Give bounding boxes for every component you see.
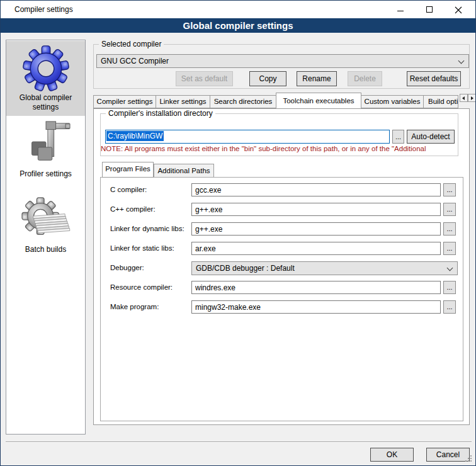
field-label-cpp-compiler: C++ compiler: [110, 205, 191, 213]
tab-toolchain-executables[interactable]: Toolchain executables [276, 93, 361, 109]
cpp-compiler-input[interactable] [191, 203, 441, 216]
install-dir-browse-button[interactable]: ... [392, 130, 404, 144]
tab-compiler-settings[interactable]: Compiler settings [93, 95, 156, 108]
dialog-banner: Global compiler settings [1, 18, 475, 33]
linker-static-input[interactable] [191, 242, 441, 255]
blue-gear-icon [22, 45, 70, 93]
tab-search-directories[interactable]: Search directories [210, 95, 276, 108]
reset-defaults-button[interactable]: Reset defaults [407, 71, 461, 86]
copy-button[interactable]: Copy [249, 71, 286, 86]
arrow-right-icon [471, 96, 473, 100]
minimize-icon [397, 11, 404, 11]
resource-compiler-input[interactable] [191, 281, 441, 294]
field-label-make-program: Make program: [110, 303, 191, 310]
compiler-settings-window: Compiler settings Global compiler settin… [0, 0, 476, 466]
c-compiler-input[interactable] [191, 183, 441, 196]
close-icon [455, 6, 462, 14]
tab-scroll-right-button[interactable] [468, 94, 476, 102]
installation-directory-group-label: Compiler's installation directory [106, 109, 215, 118]
caliper-icon [21, 120, 71, 169]
note-text: NOTE: All programs must exist either in … [101, 145, 469, 152]
sidebar-item-label: Profiler settings [6, 169, 85, 179]
c-compiler-browse-button[interactable]: ... [443, 183, 456, 196]
maximize-button[interactable] [415, 1, 444, 18]
make-program-input[interactable] [191, 300, 441, 314]
tab-custom-variables[interactable]: Custom variables [361, 95, 424, 108]
install-dir-value: C:\raylib\MinGW [106, 131, 164, 141]
field-label-resource-compiler: Resource compiler: [110, 283, 191, 291]
sidebar-item-global-compiler-settings[interactable]: Global compiler settings [6, 41, 85, 116]
window-title: Compiler settings [14, 1, 73, 18]
cancel-button[interactable]: Cancel [426, 448, 470, 462]
ok-button[interactable]: OK [370, 448, 414, 462]
linker-dynamic-input[interactable] [191, 222, 441, 236]
chevron-down-icon [458, 58, 465, 64]
install-dir-input[interactable]: C:\raylib\MinGW [105, 130, 390, 144]
field-label-c-compiler: C compiler: [110, 186, 191, 193]
subtab-additional-paths[interactable]: Additional Paths [154, 164, 214, 178]
field-label-debugger: Debugger: [110, 264, 191, 271]
close-button[interactable] [444, 1, 473, 18]
settings-category-list: Global compiler settings Profile [6, 40, 86, 435]
sidebar-item-batch-builds[interactable]: Batch builds [6, 194, 85, 263]
minimize-button[interactable] [386, 1, 415, 18]
arrow-left-icon [462, 96, 465, 100]
delete-button[interactable]: Delete [348, 71, 382, 86]
sidebar-item-profiler-settings[interactable]: Profiler settings [6, 118, 85, 186]
tab-scroll-left-button[interactable] [460, 94, 468, 102]
subtab-program-files[interactable]: Program Files [102, 162, 154, 178]
debugger-dropdown[interactable]: GDB/CDB debugger : Default [191, 261, 458, 275]
resource-compiler-browse-button[interactable]: ... [443, 281, 456, 294]
sidebar-item-label: Global compiler settings [6, 93, 85, 112]
tab-build-options[interactable]: Build options [423, 95, 458, 108]
field-label-linker-static: Linker for static libs: [110, 244, 191, 252]
titlebar: Compiler settings [1, 1, 475, 18]
field-label-linker-dynamic: Linker for dynamic libs: [110, 225, 191, 232]
footer-separator [6, 441, 472, 443]
gray-gear-stack-icon [20, 196, 72, 244]
linker-static-browse-button[interactable]: ... [443, 242, 456, 255]
linker-dynamic-browse-button[interactable]: ... [443, 222, 456, 236]
selected-compiler-value: GNU GCC Compiler [101, 57, 169, 65]
tab-linker-settings[interactable]: Linker settings [156, 95, 210, 108]
set-as-default-button[interactable]: Set as default [176, 71, 233, 86]
sidebar-item-label: Batch builds [6, 245, 85, 254]
debugger-value: GDB/CDB debugger : Default [196, 264, 295, 273]
resize-grip[interactable] [465, 455, 467, 457]
selected-compiler-group-label: Selected compiler [99, 40, 164, 48]
auto-detect-button[interactable]: Auto-detect [407, 130, 455, 144]
chevron-down-icon [447, 265, 453, 271]
rename-button[interactable]: Rename [297, 71, 337, 86]
selected-compiler-dropdown[interactable]: GNU GCC Compiler [96, 54, 469, 68]
make-program-browse-button[interactable]: ... [443, 300, 456, 314]
maximize-icon [426, 6, 433, 13]
cpp-compiler-browse-button[interactable]: ... [443, 203, 456, 216]
